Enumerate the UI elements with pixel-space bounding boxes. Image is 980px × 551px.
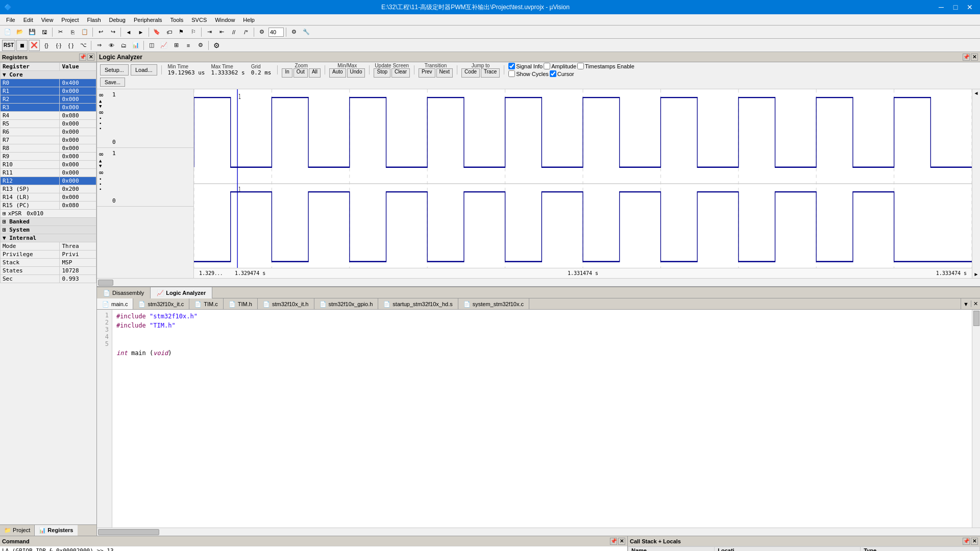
la-scrollbar[interactable] (97, 278, 980, 286)
transition-next-btn[interactable]: Next (436, 68, 453, 78)
code-tabs-dropdown[interactable]: ▼ (961, 301, 971, 307)
cs-pin-btn[interactable]: 📌 (963, 538, 970, 545)
minmax-undo-btn[interactable]: Undo (347, 68, 365, 78)
menu-svcs[interactable]: SVCS (187, 14, 211, 25)
reg-row-r15[interactable]: R15 (PC)0x080 (1, 202, 96, 210)
reg-btn[interactable]: 📊 (130, 40, 141, 51)
code-tabs-close[interactable]: ✕ (971, 300, 980, 307)
code-tab-startup[interactable]: 📄 startup_stm32f10x_hd.s (378, 298, 458, 310)
code-tab-gpio[interactable]: 📄 stm32f10x_gpio.h (314, 298, 379, 310)
reg-row-r7[interactable]: R70x000 (1, 136, 96, 144)
expand-icon-internal[interactable]: ▼ (3, 235, 6, 241)
update-clear-btn[interactable]: Clear (391, 68, 410, 78)
reg-row-r10[interactable]: R100x000 (1, 161, 96, 169)
code-tab-stm32-it[interactable]: 📄 stm32f10x_it.c (133, 298, 189, 310)
reg-row-r12[interactable]: R120x000 (1, 177, 96, 185)
cmd-close-btn[interactable]: ✕ (618, 538, 625, 545)
menu-tools[interactable]: Tools (166, 14, 188, 25)
show-cycles-checkbox[interactable] (508, 70, 515, 77)
arrow-btn[interactable]: ⇒ (93, 40, 105, 51)
brace2-btn[interactable]: {·} (53, 40, 64, 51)
config-btn[interactable]: ⚙ (195, 40, 206, 51)
code-tab-tim-h[interactable]: 📄 TIM.h (224, 298, 258, 310)
minmax-auto-btn[interactable]: Auto (329, 68, 346, 78)
update-stop-btn[interactable]: Stop (374, 68, 390, 78)
tab-disassembly[interactable]: 📄 Disassembly (97, 287, 151, 298)
code-tab-tim-c[interactable]: 📄 TIM.c (189, 298, 224, 310)
zoom-in-btn[interactable]: In (282, 68, 292, 78)
tab-logic-analyzer[interactable]: 📈 Logic Analyzer (151, 287, 212, 298)
code-content[interactable]: #include "stm32f10x.h" #include "TIM.h" … (112, 310, 972, 528)
redo-btn[interactable]: ↪ (107, 27, 118, 38)
perf-btn[interactable]: ⊞ (170, 40, 182, 51)
logic-btn[interactable]: 📈 (158, 40, 169, 51)
reg-row-r2[interactable]: R20x000 (1, 95, 96, 104)
expand-icon-system[interactable]: ⊞ (3, 227, 6, 233)
bookmark1-btn[interactable]: 🔖 (151, 27, 162, 38)
menu-project[interactable]: Project (57, 14, 83, 25)
timestamps-checkbox[interactable] (577, 63, 584, 69)
watch-btn[interactable]: 👁 (106, 40, 117, 51)
zoom-all-btn[interactable]: All (309, 68, 321, 78)
tools-btn[interactable]: 🔧 (301, 27, 312, 38)
maximize-button[interactable]: □ (949, 2, 962, 12)
code-hscroll-thumb[interactable] (98, 529, 159, 535)
scroll-right-btn[interactable]: ► (974, 271, 979, 277)
build-btn[interactable]: ⚙ (256, 27, 267, 38)
reg-row-xpsr[interactable]: ⊞xPSR0x010 (1, 210, 96, 218)
menu-peripherals[interactable]: Peripherals (130, 14, 166, 25)
la-setup-btn[interactable]: Setup... (100, 64, 129, 76)
debug-run-btn[interactable]: ❌ (29, 40, 40, 51)
reg-row-r0[interactable]: R00x400 (1, 79, 96, 87)
signal-info-checkbox[interactable] (508, 63, 515, 69)
save-btn[interactable]: 💾 (27, 27, 38, 38)
jumpto-trace-btn[interactable]: Trace (481, 68, 500, 78)
close-button[interactable]: ✕ (964, 2, 976, 12)
save-all-btn[interactable]: 🖫 (39, 27, 50, 38)
cut-btn[interactable]: ✂ (55, 27, 66, 38)
registers-scroll[interactable]: Register Value ▼ Core R00x400 R10x000 R2… (0, 62, 96, 524)
transition-prev-btn[interactable]: Prev (419, 68, 435, 78)
settings-btn[interactable]: ⚙ (288, 27, 300, 38)
scroll-left-btn[interactable]: ◄ (974, 90, 979, 96)
reg-row-r8[interactable]: R80x000 (1, 144, 96, 153)
code-scroll-thumb[interactable] (973, 311, 979, 326)
undo-btn[interactable]: ↩ (95, 27, 106, 38)
menu-file[interactable]: File (2, 14, 19, 25)
menu-help[interactable]: Help (239, 14, 259, 25)
expand-icon-banked[interactable]: ⊞ (3, 218, 6, 225)
bookmark3-btn[interactable]: ⚑ (176, 27, 187, 38)
jumpto-code-btn[interactable]: Code (461, 68, 480, 78)
indent-btn[interactable]: ⇥ (204, 27, 215, 38)
reg-row-r13[interactable]: R13 (SP)0x200 (1, 185, 96, 193)
copy-btn[interactable]: ⎘ (67, 27, 78, 38)
tab-registers[interactable]: 📊 Registers (35, 525, 77, 536)
registers-close-btn[interactable]: ✕ (87, 54, 94, 61)
menu-view[interactable]: View (37, 14, 58, 25)
brace1-btn[interactable]: {} (41, 40, 52, 51)
reg-row-r5[interactable]: R50x000 (1, 120, 96, 128)
reg-row-r14[interactable]: R14 (LR)0x000 (1, 193, 96, 202)
comment-btn[interactable]: // (228, 27, 239, 38)
bookmark2-btn[interactable]: 🏷 (163, 27, 175, 38)
zoom-out-btn[interactable]: Out (293, 68, 308, 78)
uncomment-btn[interactable]: /* (240, 27, 252, 38)
menu-debug[interactable]: Debug (105, 14, 130, 25)
menu-edit[interactable]: Edit (19, 14, 37, 25)
scrollbar-thumb[interactable] (98, 280, 113, 286)
code-scrollbar-v[interactable] (972, 310, 980, 528)
nav-fwd-btn[interactable]: ► (135, 27, 146, 38)
la-pin-btn[interactable]: 📌 (963, 54, 970, 61)
cmd-pin-btn[interactable]: 📌 (610, 538, 617, 545)
cursor-checkbox[interactable] (550, 70, 556, 77)
reg-row-r9[interactable]: R90x000 (1, 153, 96, 161)
mem-btn[interactable]: 🗂 (118, 40, 129, 51)
tab-project[interactable]: 📁 Project (0, 525, 35, 536)
la-close-btn[interactable]: ✕ (971, 54, 978, 61)
code-scrollbar-h[interactable] (97, 528, 980, 536)
registers-pin-btn[interactable]: 📌 (79, 54, 86, 61)
menu-window[interactable]: Window (211, 14, 239, 25)
la-load-btn[interactable]: Load... (131, 64, 157, 76)
reg-row-r11[interactable]: R110x000 (1, 169, 96, 177)
open-btn[interactable]: 📂 (14, 27, 26, 38)
